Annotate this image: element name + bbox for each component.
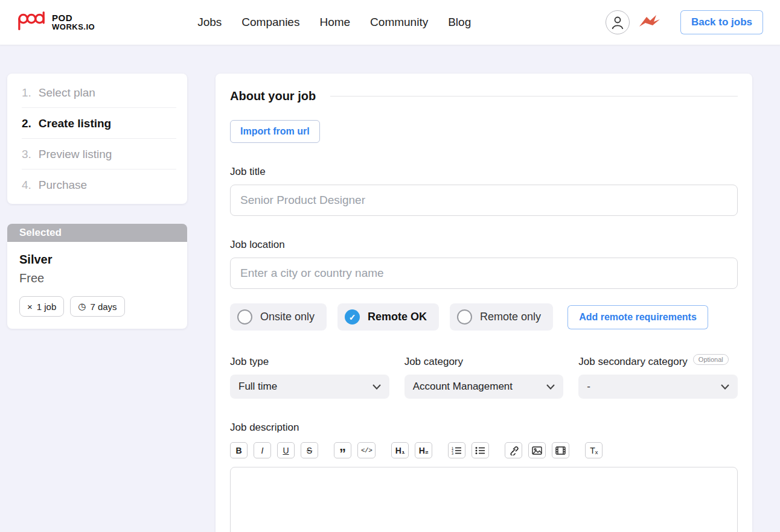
step-number: 1. xyxy=(22,86,31,100)
logo-mark-icon xyxy=(17,10,47,35)
job-count-label: 1 job xyxy=(37,302,57,312)
remote-only-label: Remote only xyxy=(480,311,541,323)
add-remote-requirements-button[interactable]: Add remote requirements xyxy=(567,305,708,329)
rich-text-toolbar: B I U S ” </> H₁ H₂ 123 xyxy=(230,442,738,458)
ordered-list-icon[interactable]: 123 xyxy=(448,442,465,458)
job-count-badge: × 1 job xyxy=(19,296,64,317)
step-number: 3. xyxy=(22,148,31,161)
step-number: 2. xyxy=(22,117,31,130)
italic-icon[interactable]: I xyxy=(254,442,271,458)
video-icon[interactable] xyxy=(552,442,569,458)
step-label: Purchase xyxy=(39,179,87,192)
job-type-field: Job type Full time xyxy=(230,356,389,399)
create-listing-form: About your job Import from url Job title… xyxy=(216,74,752,532)
step-purchase[interactable]: 4. Purchase xyxy=(7,169,187,200)
heading-2-icon[interactable]: H₂ xyxy=(415,442,432,458)
job-secondary-category-field: Job secondary category Optional - xyxy=(578,356,738,399)
radio-unchecked-icon xyxy=(237,309,252,325)
job-category-value: Account Management xyxy=(413,381,513,393)
link-icon[interactable] xyxy=(505,442,522,458)
remote-options-row: Onsite only ✓ Remote OK Remote only Add … xyxy=(230,303,738,331)
selected-plan-header: Selected xyxy=(7,224,187,242)
remote-only-option[interactable]: Remote only xyxy=(450,303,553,331)
job-secondary-category-select[interactable]: - xyxy=(578,375,738,399)
plan-name: Silver xyxy=(19,253,175,267)
user-avatar-button[interactable] xyxy=(606,10,630,34)
step-create-listing[interactable]: 2. Create listing xyxy=(7,108,187,139)
job-title-input[interactable] xyxy=(230,185,738,216)
job-location-input[interactable] xyxy=(230,258,738,289)
nav-link-blog[interactable]: Blog xyxy=(448,16,471,29)
job-category-select[interactable]: Account Management xyxy=(404,375,564,399)
duration-label: 7 days xyxy=(90,302,117,312)
sidebar: 1. Select plan 2. Create listing 3. Prev… xyxy=(7,74,187,329)
radio-unchecked-icon xyxy=(457,309,472,325)
selected-plan-card: Silver Free × 1 job ◷ 7 days xyxy=(7,242,187,329)
navbar-right-cluster: Back to jobs xyxy=(606,10,763,34)
job-category-label: Job category xyxy=(404,356,463,368)
logo-text: POD WORKS.IO xyxy=(52,13,95,31)
onsite-only-option[interactable]: Onsite only xyxy=(230,303,327,331)
back-to-jobs-button[interactable]: Back to jobs xyxy=(680,10,763,34)
heading-1-icon[interactable]: H₁ xyxy=(391,442,409,458)
remote-ok-label: Remote OK xyxy=(368,311,427,323)
main-nav: Jobs Companies Home Community Blog xyxy=(197,16,471,29)
logo[interactable]: POD WORKS.IO xyxy=(17,10,95,35)
section-title: About your job xyxy=(230,89,316,103)
step-number: 4. xyxy=(22,179,31,192)
nav-link-jobs[interactable]: Jobs xyxy=(197,16,222,29)
job-type-value: Full time xyxy=(238,381,277,393)
brand-line-1: POD xyxy=(52,13,95,23)
job-type-select[interactable]: Full time xyxy=(230,375,389,399)
clear-formatting-icon[interactable]: Tₓ xyxy=(585,442,603,458)
step-select-plan[interactable]: 1. Select plan xyxy=(7,77,187,108)
step-label: Preview listing xyxy=(39,148,112,161)
onsite-only-label: Onsite only xyxy=(260,311,315,323)
multiply-icon: × xyxy=(27,302,33,312)
page-content: 1. Select plan 2. Create listing 3. Prev… xyxy=(0,45,780,532)
nav-link-home[interactable]: Home xyxy=(319,16,350,29)
duration-badge: ◷ 7 days xyxy=(70,296,124,317)
job-category-field: Job category Account Management xyxy=(404,356,564,399)
image-icon[interactable] xyxy=(528,442,546,458)
job-secondary-category-value: - xyxy=(587,381,590,393)
job-title-label: Job title xyxy=(230,166,738,178)
underline-icon[interactable]: U xyxy=(277,442,295,458)
step-preview-listing[interactable]: 3. Preview listing xyxy=(7,139,187,169)
radio-checked-icon: ✓ xyxy=(345,309,360,325)
job-type-label: Job type xyxy=(230,356,269,368)
svg-text:3: 3 xyxy=(452,451,453,455)
nav-link-companies[interactable]: Companies xyxy=(241,16,299,29)
strikethrough-icon[interactable]: S xyxy=(301,442,318,458)
job-description-label: Job description xyxy=(230,422,738,434)
plan-badges: × 1 job ◷ 7 days xyxy=(19,296,175,317)
plan-price: Free xyxy=(19,271,175,285)
unordered-list-icon[interactable] xyxy=(472,442,489,458)
chevron-down-icon xyxy=(372,384,381,390)
step-label: Select plan xyxy=(39,86,95,100)
title-divider xyxy=(330,96,738,97)
chevron-down-icon xyxy=(546,384,555,390)
import-from-url-button[interactable]: Import from url xyxy=(230,120,320,143)
mascot-icon xyxy=(638,13,661,31)
code-block-icon[interactable]: </> xyxy=(357,442,376,458)
bold-icon[interactable]: B xyxy=(230,442,248,458)
brand-line-2: WORKS.IO xyxy=(52,23,95,31)
wizard-steps-card: 1. Select plan 2. Create listing 3. Prev… xyxy=(7,74,187,204)
remote-ok-option[interactable]: ✓ Remote OK xyxy=(337,303,439,331)
job-secondary-category-label: Job secondary category xyxy=(578,356,688,368)
user-icon xyxy=(610,14,625,30)
optional-badge: Optional xyxy=(693,354,729,365)
job-selects-row: Job type Full time Job category Account … xyxy=(230,356,738,399)
selected-plan-panel: Selected Silver Free × 1 job ◷ 7 days xyxy=(7,224,187,329)
top-navbar: POD WORKS.IO Jobs Companies Home Communi… xyxy=(0,0,780,45)
section-title-row: About your job xyxy=(230,89,738,103)
chevron-down-icon xyxy=(721,384,729,390)
job-location-label: Job location xyxy=(230,239,738,251)
blockquote-icon[interactable]: ” xyxy=(334,442,351,458)
clock-icon: ◷ xyxy=(78,301,86,312)
step-label: Create listing xyxy=(39,117,111,130)
job-description-editor[interactable] xyxy=(230,467,738,532)
nav-link-community[interactable]: Community xyxy=(370,16,428,29)
